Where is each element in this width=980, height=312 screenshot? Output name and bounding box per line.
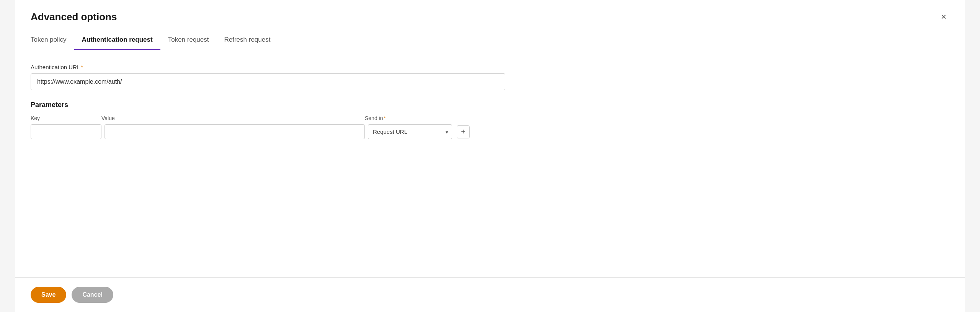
parameters-group: Parameters Key Value Send in* Request UR…	[31, 101, 949, 139]
parameters-title: Parameters	[31, 101, 949, 109]
tabs-bar: Token policy Authentication request Toke…	[15, 31, 965, 50]
modal-title: Advanced options	[31, 11, 117, 23]
tab-token-request[interactable]: Token request	[160, 31, 217, 50]
sendin-select-wrapper: Request URL Request body Request header …	[368, 124, 452, 139]
modal-content: Authentication URL* Parameters Key Value…	[15, 50, 965, 277]
save-button[interactable]: Save	[31, 287, 66, 303]
sendin-select[interactable]: Request URL Request body Request header	[368, 124, 452, 139]
modal-footer: Save Cancel	[15, 277, 965, 312]
value-column-label: Value	[101, 115, 362, 121]
add-parameter-button[interactable]: +	[457, 125, 470, 138]
auth-url-input[interactable]	[31, 73, 505, 90]
advanced-options-modal: Advanced options × Token policy Authenti…	[15, 0, 965, 312]
parameter-row: Request URL Request body Request header …	[31, 124, 949, 139]
required-star: *	[81, 64, 83, 70]
param-key-input[interactable]	[31, 124, 101, 139]
tab-refresh-request[interactable]: Refresh request	[216, 31, 278, 50]
parameters-header: Key Value Send in*	[31, 115, 949, 121]
tab-authentication-request[interactable]: Authentication request	[74, 31, 160, 50]
close-button[interactable]: ×	[938, 11, 949, 23]
sendin-required-star: *	[384, 115, 385, 121]
modal-header: Advanced options ×	[15, 0, 965, 23]
key-column-label: Key	[31, 115, 101, 121]
auth-url-group: Authentication URL*	[31, 64, 949, 90]
auth-url-label: Authentication URL*	[31, 64, 949, 70]
sendin-column-label: Send in*	[365, 115, 457, 121]
param-value-input[interactable]	[105, 124, 365, 139]
tab-token-policy[interactable]: Token policy	[31, 31, 74, 50]
cancel-button[interactable]: Cancel	[72, 287, 113, 303]
